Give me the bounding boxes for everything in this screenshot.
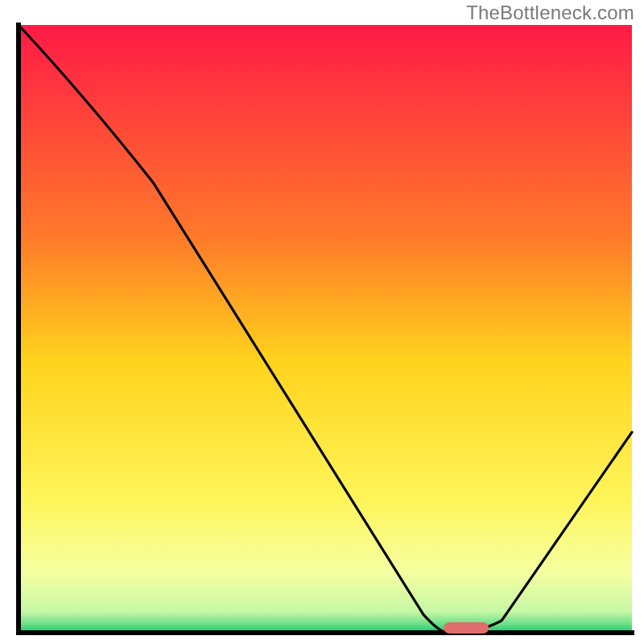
watermark-text: TheBottleneck.com bbox=[466, 2, 634, 24]
chart-svg bbox=[0, 0, 644, 644]
sweet-spot-marker bbox=[444, 622, 489, 634]
chart-frame: TheBottleneck.com bbox=[0, 0, 644, 644]
plot-background bbox=[19, 25, 632, 633]
